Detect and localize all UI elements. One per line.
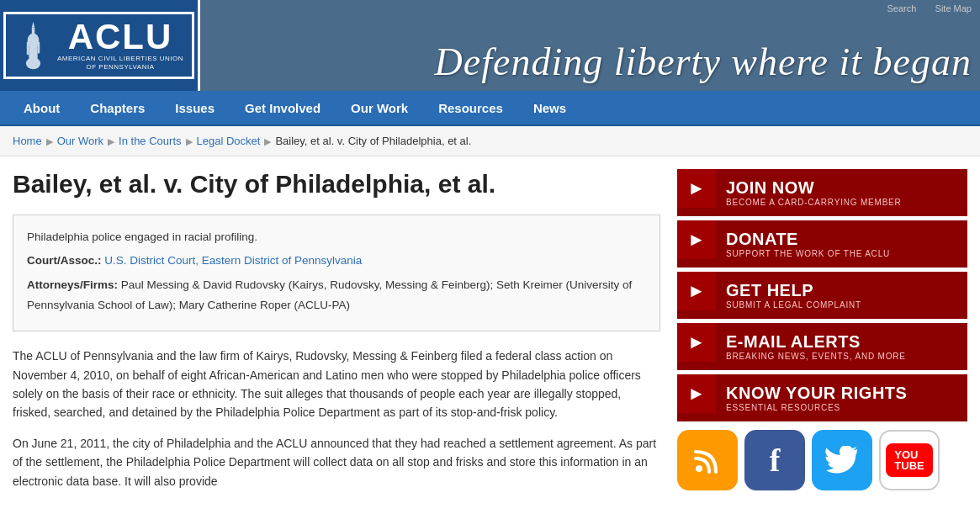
content-area: Bailey, et al. v. City of Philadelphia, … — [13, 169, 660, 502]
btn-sub-join-now: BECOME A CARD-CARRYING MEMBER — [726, 197, 957, 208]
sidebar-btn-join-now[interactable]: ► JOIN NOW BECOME A CARD-CARRYING MEMBER — [677, 169, 967, 216]
main-content: Bailey, et al. v. City of Philadelphia, … — [0, 156, 980, 514]
sidebar-btn-donate[interactable]: ► DONATE SUPPORT THE WORK OF THE ACLU — [677, 220, 967, 268]
info-box: Philadelphia police engaged in racial pr… — [13, 215, 660, 331]
btn-title-email-alerts: E-MAIL ALERTS — [726, 332, 957, 351]
svg-point-7 — [696, 465, 702, 472]
attorneys-row: Attorneys/Firms: Paul Messing & David Ru… — [27, 275, 646, 316]
btn-title-join-now: JOIN NOW — [726, 178, 957, 197]
nav-item-resources[interactable]: Resources — [423, 90, 518, 125]
btn-sub-get-help: SUBMIT A LEGAL COMPLAINT — [726, 299, 957, 310]
btn-sub-donate: SUPPORT THE WORK OF THE ACLU — [726, 248, 957, 259]
breadcrumb-our-work[interactable]: Our Work — [57, 135, 103, 147]
court-label: Court/Assoc.: — [27, 254, 102, 267]
nav-item-news[interactable]: News — [518, 90, 581, 125]
aclu-logo-text: ACLU — [57, 19, 183, 55]
nav-item-our-work[interactable]: Our Work — [336, 90, 423, 125]
breadcrumb-separator: ▶ — [46, 136, 53, 146]
logo-sub-line2: OF PENNSYLVANIA — [57, 63, 183, 72]
svg-rect-3 — [32, 28, 34, 42]
search-link[interactable]: Search — [887, 3, 916, 13]
btn-sub-know-your-rights: ESSENTIAL RESOURCES — [726, 402, 957, 413]
main-nav: AboutChaptersIssuesGet InvolvedOur WorkR… — [0, 91, 980, 126]
info-tagline: Philadelphia police engaged in racial pr… — [27, 231, 257, 243]
statue-icon — [14, 20, 52, 71]
facebook-icon[interactable]: f — [744, 430, 805, 490]
breadcrumb-in-the-courts[interactable]: In the Courts — [119, 135, 181, 147]
logo-subtitle: AMERICAN CIVIL LIBERTIES UNION OF PENNSY… — [57, 55, 183, 72]
attorneys-label: Attorneys/Firms: — [27, 278, 118, 291]
body-paragraph: The ACLU of Pennsylvania and the law fir… — [13, 347, 660, 422]
logo-sub-line1: AMERICAN CIVIL LIBERTIES UNION — [57, 55, 183, 63]
arrow-icon: ► — [677, 220, 716, 259]
page-title: Bailey, et al. v. City of Philadelphia, … — [13, 169, 660, 199]
attorneys-value: Paul Messing & David Rudovsky (Kairys, R… — [27, 278, 632, 311]
nav-item-get-involved[interactable]: Get Involved — [230, 90, 336, 125]
court-row: Court/Assoc.: U.S. District Court, Easte… — [27, 251, 646, 271]
body-paragraph: On June 21, 2011, the city of Philadelph… — [13, 434, 660, 490]
tagline-area: Search Site Map Defending liberty where … — [200, 0, 980, 91]
logo-box: ACLU AMERICAN CIVIL LIBERTIES UNION OF P… — [3, 12, 194, 80]
tagline-text: Defending liberty where it began — [435, 40, 972, 91]
top-links: Search Site Map — [878, 3, 972, 13]
tagline-row: Philadelphia police engaged in racial pr… — [27, 227, 646, 247]
logo-area: ACLU AMERICAN CIVIL LIBERTIES UNION OF P… — [0, 0, 200, 91]
arrow-icon: ► — [677, 323, 716, 362]
btn-sub-email-alerts: BREAKING NEWS, EVENTS, AND MORE — [726, 351, 957, 362]
nav-item-about[interactable]: About — [8, 90, 75, 125]
body-text: The ACLU of Pennsylvania and the law fir… — [13, 347, 660, 490]
btn-title-get-help: GET HELP — [726, 281, 957, 299]
svg-marker-4 — [32, 22, 34, 28]
twitter-icon[interactable] — [812, 430, 872, 490]
svg-rect-6 — [27, 42, 29, 55]
breadcrumb-separator: ▶ — [108, 136, 114, 146]
court-value[interactable]: U.S. District Court, Eastern District of… — [104, 254, 362, 267]
svg-rect-5 — [38, 42, 40, 54]
nav-item-chapters[interactable]: Chapters — [75, 90, 160, 125]
sitemap-link[interactable]: Site Map — [935, 3, 972, 13]
arrow-icon: ► — [677, 169, 716, 208]
arrow-icon: ► — [677, 272, 716, 310]
breadcrumb-current: Bailey, et al. v. City of Philadelphia, … — [275, 135, 471, 147]
arrow-icon: ► — [677, 374, 716, 413]
sidebar-btn-email-alerts[interactable]: ► E-MAIL ALERTS BREAKING NEWS, EVENTS, A… — [677, 323, 967, 370]
social-icons: fYouTube — [677, 430, 967, 490]
breadcrumb-separator: ▶ — [186, 136, 193, 146]
breadcrumb-separator: ▶ — [264, 136, 271, 146]
sidebar-btn-get-help[interactable]: ► GET HELP SUBMIT A LEGAL COMPLAINT — [677, 272, 967, 319]
sidebar-btn-know-your-rights[interactable]: ► KNOW YOUR RIGHTS ESSENTIAL RESOURCES — [677, 374, 967, 421]
sidebar: ► JOIN NOW BECOME A CARD-CARRYING MEMBER… — [677, 169, 967, 502]
breadcrumb-legal-docket[interactable]: Legal Docket — [197, 135, 261, 147]
nav-item-issues[interactable]: Issues — [160, 90, 230, 125]
breadcrumb: Home▶Our Work▶In the Courts▶Legal Docket… — [0, 126, 980, 156]
rss-icon[interactable] — [677, 430, 738, 490]
header: ACLU AMERICAN CIVIL LIBERTIES UNION OF P… — [0, 0, 980, 91]
youtube-icon[interactable]: YouTube — [879, 430, 940, 490]
btn-title-know-your-rights: KNOW YOUR RIGHTS — [726, 384, 957, 402]
breadcrumb-home[interactable]: Home — [13, 135, 42, 147]
btn-title-donate: DONATE — [726, 230, 957, 248]
